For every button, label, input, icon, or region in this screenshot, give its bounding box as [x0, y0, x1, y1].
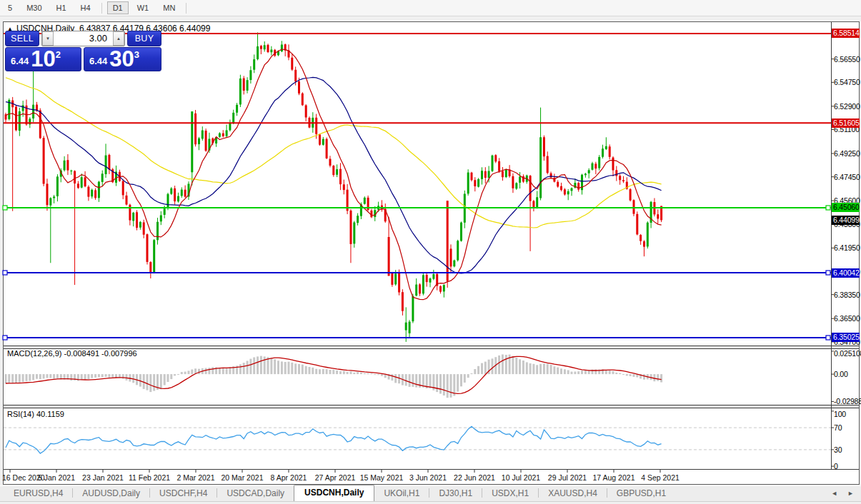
price-tick-label: 6.41950 — [834, 243, 860, 253]
date-tick-label: 27 Apr 2021 — [315, 473, 356, 482]
date-tick-label: 20 Mar 2021 — [222, 473, 264, 482]
volume-decrease-button[interactable]: ▼ — [42, 31, 54, 46]
date-tick-label: 3 Jun 2021 — [409, 473, 447, 482]
date-tick-label: 11 Feb 2021 — [129, 473, 170, 482]
sell-price-main: 6.44 — [11, 56, 29, 66]
date-tick-label: 17 Aug 2021 — [593, 473, 635, 482]
price-tick-label: 6.47450 — [834, 173, 860, 182]
tab-scroll-right-icon[interactable]: ► — [847, 490, 854, 497]
price-tick-label: 6.38350 — [834, 291, 860, 300]
tab-scroll-arrows: ◄ ► — [831, 490, 854, 497]
price-tick-label: 6.54750 — [834, 78, 860, 87]
buy-price-main: 6.44 — [89, 56, 107, 66]
date-tick-label: 22 Jun 2021 — [454, 473, 495, 482]
macd-tick-label: 0.00 — [834, 370, 848, 379]
one-click-trading-panel: SELL ▼ 3.00 ▲ BUY 6.44102 6.44303 — [5, 31, 161, 71]
buy-button[interactable]: BUY — [127, 31, 161, 46]
buy-button-label: BUY — [135, 34, 154, 44]
date-tick-label: 10 Jul 2021 — [502, 473, 540, 482]
price-tick-label: 6.56550 — [834, 55, 860, 64]
spin-up-icon: ▲ — [116, 36, 121, 41]
price-badge: 6.45060 — [832, 203, 860, 212]
pane-splitter-macd[interactable] — [3, 345, 860, 348]
macd-tick-label: 0.025108 — [834, 349, 861, 358]
price-tick-label: 6.52900 — [834, 102, 860, 111]
spin-down-icon: ▼ — [46, 36, 50, 41]
buy-price-point: 3 — [134, 49, 139, 60]
sell-price-pips: 10 — [31, 50, 55, 69]
price-tick-label: 6.36500 — [834, 314, 860, 323]
date-tick-label: 15 May 2021 — [360, 473, 404, 482]
volume-field[interactable]: 3.00 — [54, 31, 113, 46]
date-tick-label: 4 Sep 2021 — [641, 473, 680, 482]
sell-button[interactable]: SELL — [5, 31, 39, 46]
volume-increase-button[interactable]: ▲ — [113, 31, 124, 46]
sell-price-point: 2 — [56, 49, 61, 60]
price-badge: 6.44099 — [832, 216, 860, 225]
buy-price-pips: 30 — [109, 50, 134, 69]
price-tick-label: 6.49250 — [834, 149, 860, 158]
macd-tick-label: -0.02988 — [834, 397, 861, 406]
date-tick-label: 23 Jan 2021 — [82, 473, 124, 482]
date-tick-label: 8 Apr 2021 — [271, 473, 307, 482]
rsi-tick-label: 100 — [834, 410, 846, 419]
sell-price-button[interactable]: 6.44102 — [5, 47, 81, 71]
date-tick-label: 5 Jan 2021 — [38, 473, 75, 482]
price-badge: 6.58514 — [832, 29, 860, 38]
volume-spinner: ▼ 3.00 ▲ — [41, 31, 125, 46]
sell-button-label: SELL — [11, 34, 34, 44]
rsi-indicator-label: RSI(14) 40.1159 — [7, 410, 64, 418]
pane-splitter-rsi[interactable] — [3, 404, 860, 408]
rsi-tick-label: 70 — [834, 423, 842, 433]
macd-indicator-label: MACD(12,26,9) -0.008491 -0.007996 — [7, 349, 137, 358]
tab-scroll-left-icon[interactable]: ◄ — [831, 490, 837, 497]
rsi-tick-label: 0 — [834, 462, 838, 471]
price-badge: 6.51605 — [832, 119, 860, 128]
date-tick-label: 29 Jul 2021 — [548, 473, 587, 482]
date-tick-label: 2 Mar 2021 — [176, 473, 214, 482]
rsi-tick-label: 30 — [834, 445, 842, 455]
buy-price-button[interactable]: 6.44303 — [84, 47, 161, 71]
price-badge: 6.35025 — [832, 333, 860, 342]
chart-plot-area[interactable] — [0, 0, 861, 504]
price-badge: 6.40042 — [832, 268, 860, 278]
trading-platform-window: 5M30H1H4D1W1MN ▲USDCNH,Daily 6.43837 6.4… — [0, 0, 861, 504]
